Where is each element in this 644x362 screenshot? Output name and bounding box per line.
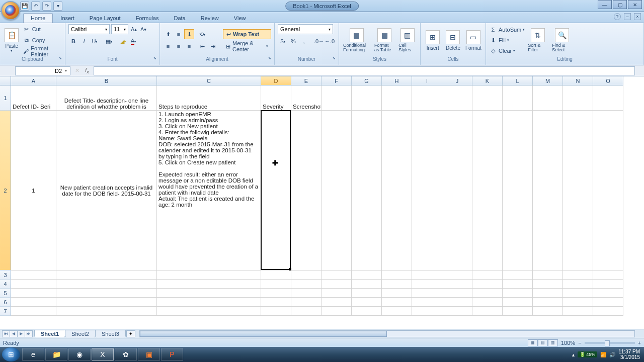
cell-N5[interactable] xyxy=(563,289,593,298)
first-sheet-icon[interactable]: ⏮ xyxy=(2,330,10,337)
cell-A1[interactable]: Defect ID- Seri xyxy=(11,85,56,111)
increase-indent-icon[interactable]: ⇥ xyxy=(208,41,218,51)
fill-button[interactable]: ⬇Fill▾ xyxy=(489,35,525,45)
cell-G3[interactable] xyxy=(352,270,382,280)
redo-icon[interactable]: ↷ xyxy=(42,2,51,11)
cell-styles-button[interactable]: ▥Cell Styles xyxy=(397,27,417,53)
tab-formulas[interactable]: Formulas xyxy=(128,13,167,23)
cell-A4[interactable] xyxy=(11,280,56,289)
cell-B7[interactable] xyxy=(56,307,157,316)
zoom-slider[interactable] xyxy=(585,342,635,344)
cell-G5[interactable] xyxy=(352,289,382,298)
font-color-button[interactable]: A▾ xyxy=(128,36,138,46)
cell-A6[interactable] xyxy=(11,298,56,307)
cell-H4[interactable] xyxy=(382,280,412,289)
cell-F4[interactable] xyxy=(321,280,352,289)
cell-J2[interactable] xyxy=(442,111,472,270)
column-header-M[interactable]: M xyxy=(533,76,563,85)
qat-more-icon[interactable]: ▾ xyxy=(53,2,62,11)
find-select-button[interactable]: 🔍Find & Select xyxy=(551,27,573,53)
cell-L5[interactable] xyxy=(503,289,533,298)
row-header-2[interactable]: 2 xyxy=(0,111,11,270)
cell-D1[interactable]: Severity xyxy=(261,85,291,111)
cell-D2[interactable] xyxy=(261,111,291,270)
cell-A2[interactable]: 1 xyxy=(11,111,56,270)
cell-K3[interactable] xyxy=(472,270,503,280)
paste-button[interactable]: 📋 Paste▾ xyxy=(3,27,21,54)
column-header-A[interactable]: A xyxy=(11,76,56,85)
close-workbook-icon[interactable]: × xyxy=(634,13,641,20)
cell-H7[interactable] xyxy=(382,307,412,316)
tab-home[interactable]: Home xyxy=(23,13,53,23)
merge-center-button[interactable]: ⊞Merge & Center▾ xyxy=(223,41,271,51)
column-header-G[interactable]: G xyxy=(352,76,382,85)
column-header-L[interactable]: L xyxy=(503,76,533,85)
insert-cells-button[interactable]: ⊞Insert xyxy=(424,29,442,52)
tab-data[interactable]: Data xyxy=(166,13,193,23)
column-header-E[interactable]: E xyxy=(291,76,321,85)
currency-icon[interactable]: $▾ xyxy=(278,36,288,46)
column-header-O[interactable]: O xyxy=(593,76,623,85)
column-header-D[interactable]: D xyxy=(261,76,291,85)
select-all-corner[interactable] xyxy=(0,76,11,85)
clear-button[interactable]: ◇Clear▾ xyxy=(489,46,525,56)
column-header-N[interactable]: N xyxy=(563,76,593,85)
sheet-tab-2[interactable]: Sheet2 xyxy=(65,330,96,337)
cell-N4[interactable] xyxy=(563,280,593,289)
align-bottom-icon[interactable]: ⬇ xyxy=(184,29,194,39)
cell-I4[interactable] xyxy=(412,280,442,289)
font-size-input[interactable]: 11▾ xyxy=(111,24,128,34)
row-header-3[interactable]: 3 xyxy=(0,270,11,280)
underline-button[interactable]: U▾ xyxy=(90,36,100,46)
cell-J4[interactable] xyxy=(442,280,472,289)
cell-M1[interactable] xyxy=(533,85,563,111)
cell-F7[interactable] xyxy=(321,307,352,316)
cell-I5[interactable] xyxy=(412,289,442,298)
start-button[interactable]: ⊞ xyxy=(2,347,20,361)
cell-L7[interactable] xyxy=(503,307,533,316)
taskbar-explorer-icon[interactable]: 📁 xyxy=(45,348,67,361)
cell-N1[interactable] xyxy=(563,85,593,111)
cell-O7[interactable] xyxy=(593,307,623,316)
taskbar-app5-icon[interactable]: ✿ xyxy=(115,348,137,361)
cell-L1[interactable] xyxy=(503,85,533,111)
cell-F2[interactable] xyxy=(321,111,352,270)
zoom-level[interactable]: 100% xyxy=(561,340,575,346)
cell-J5[interactable] xyxy=(442,289,472,298)
percent-icon[interactable]: % xyxy=(288,36,298,46)
taskbar-chrome-icon[interactable]: ◉ xyxy=(68,348,91,361)
row-header-5[interactable]: 5 xyxy=(0,289,11,298)
cell-E3[interactable] xyxy=(291,270,321,280)
name-box[interactable]: D2 xyxy=(15,66,70,75)
autosum-button[interactable]: ΣAutoSum▾ xyxy=(489,25,525,35)
volume-icon[interactable]: 🔊 xyxy=(609,352,615,357)
cell-M7[interactable] xyxy=(533,307,563,316)
cell-M6[interactable] xyxy=(533,298,563,307)
cell-B3[interactable] xyxy=(56,270,157,280)
cell-F6[interactable] xyxy=(321,298,352,307)
cell-H1[interactable] xyxy=(382,85,412,111)
cell-H6[interactable] xyxy=(382,298,412,307)
cell-K1[interactable] xyxy=(472,85,503,111)
cell-E5[interactable] xyxy=(291,289,321,298)
font-name-input[interactable]: Calibri▾ xyxy=(68,24,110,34)
formula-input[interactable] xyxy=(94,66,635,75)
tab-view[interactable]: View xyxy=(226,13,254,23)
cell-B5[interactable] xyxy=(56,289,157,298)
cell-C4[interactable] xyxy=(157,280,261,289)
cell-B4[interactable] xyxy=(56,280,157,289)
fx-icon[interactable]: fx xyxy=(83,66,92,75)
next-sheet-icon[interactable]: ▶ xyxy=(17,330,25,337)
cell-E1[interactable]: Screenshot xyxy=(291,85,321,111)
align-middle-icon[interactable]: ≡ xyxy=(174,29,184,39)
cell-G1[interactable] xyxy=(352,85,382,111)
cell-E2[interactable] xyxy=(291,111,321,270)
taskbar-excel-icon[interactable]: X xyxy=(92,348,114,361)
column-header-F[interactable]: F xyxy=(321,76,352,85)
sheet-tab-1[interactable]: Sheet1 xyxy=(34,330,65,337)
decrease-indent-icon[interactable]: ⇤ xyxy=(197,41,207,51)
cell-C2[interactable]: 1. Launch openEMR 2. Login as admin/pass… xyxy=(157,111,261,270)
cell-L2[interactable] xyxy=(503,111,533,270)
align-top-icon[interactable]: ⬆ xyxy=(163,29,173,39)
cell-I1[interactable] xyxy=(412,85,442,111)
